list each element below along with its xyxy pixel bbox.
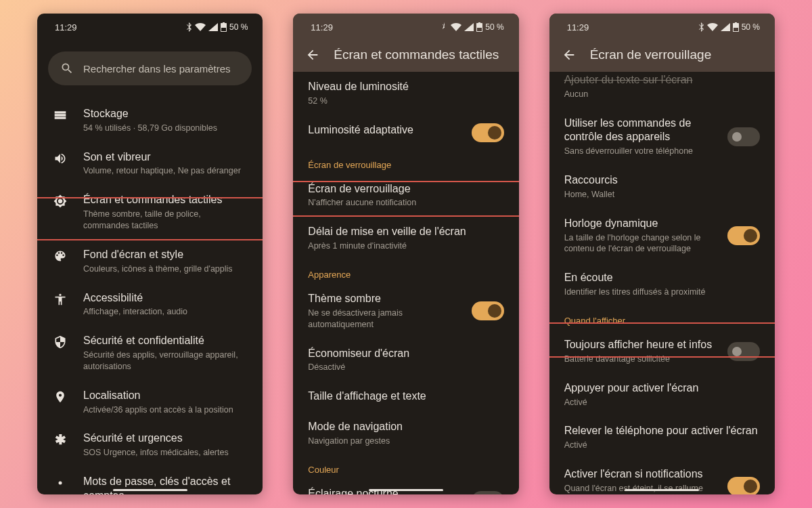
accessibility-icon (53, 293, 67, 306)
row-always-on[interactable]: Toujours afficher heure et infosBatterie… (549, 330, 775, 373)
signal-icon (464, 23, 474, 31)
search-icon (60, 62, 74, 75)
toggle-dark[interactable] (472, 301, 504, 320)
status-icons: 50 % (443, 22, 503, 32)
toggle-adaptive[interactable] (472, 123, 504, 142)
wifi-icon (195, 23, 206, 31)
row-lift-wake[interactable]: Relever le téléphone pour activer l'écra… (549, 416, 775, 459)
status-bar: 11:29 50 % (549, 14, 775, 41)
row-brightness[interactable]: Niveau de luminosité52 % (293, 72, 518, 115)
phone-lockscreen-settings: 11:29 50 % Écran de verrouillage Ajouter… (549, 14, 775, 494)
toggle-wake-notif[interactable] (727, 477, 760, 494)
toggle-always-on[interactable] (727, 342, 760, 361)
row-storage[interactable]: Stockage54 % utilisés · 58,79 Go disponi… (37, 99, 263, 142)
battery-icon (476, 22, 482, 32)
storage-icon (53, 108, 67, 122)
status-icons: 50 % (699, 22, 760, 32)
section-lock: Écran de verrouillage (293, 150, 518, 174)
row-nav-mode[interactable]: Mode de navigationNavigation par gestes (293, 412, 518, 455)
row-tap-wake[interactable]: Appuyer pour activer l'écranActivé (549, 373, 775, 417)
gesture-bar[interactable] (369, 489, 443, 491)
status-icons: 50 % (187, 22, 248, 32)
row-adaptive-brightness[interactable]: Luminosité adaptative (293, 115, 518, 150)
row-sound[interactable]: Son et vibreurVolume, retour haptique, N… (37, 142, 263, 186)
row-wallpaper[interactable]: Fond d'écran et styleCouleurs, icônes à … (37, 240, 263, 283)
phone-display-settings: 11:29 50 % Écran et commandes tactiles N… (293, 14, 518, 494)
row-night-light[interactable]: Éclairage nocturneNe s'active jamais aut… (293, 479, 518, 494)
row-display[interactable]: Écran et commandes tactilesThème sombre,… (37, 185, 263, 240)
status-time: 11:29 (311, 22, 333, 33)
wifi-icon (707, 23, 718, 31)
header: Écran et commandes tactiles (293, 41, 518, 72)
search-placeholder: Rechercher dans les paramètres (83, 63, 231, 75)
battery-percent: 50 % (742, 22, 760, 32)
toggle-clock[interactable] (727, 226, 760, 245)
row-screen-timeout[interactable]: Délai de mise en veille de l'écranAprès … (293, 217, 518, 260)
section-when: Quand l'afficher (549, 306, 775, 330)
row-display-size[interactable]: Taille d'affichage et texte (293, 381, 518, 412)
phone-settings-main: 11:29 50 % Rechercher dans les paramètre… (37, 14, 263, 494)
row-now-playing[interactable]: En écouteIdentifier les titres diffusés … (549, 263, 775, 306)
header-title: Écran de verrouillage (590, 47, 712, 62)
back-icon[interactable] (562, 47, 577, 62)
battery-percent: 50 % (229, 22, 248, 32)
header-title: Écran et commandes tactiles (334, 47, 499, 62)
settings-list: Stockage54 % utilisés · 58,79 Go disponi… (37, 99, 263, 494)
gesture-bar[interactable] (625, 489, 699, 491)
header: Écran de verrouillage (549, 41, 775, 72)
wifi-icon (451, 23, 461, 31)
key-icon (53, 476, 67, 490)
palette-icon (53, 249, 67, 263)
row-device-controls[interactable]: Utiliser les commandes de contrôle des a… (549, 108, 775, 165)
battery-icon (733, 22, 739, 32)
search-input[interactable]: Rechercher dans les paramètres (48, 51, 252, 85)
row-security[interactable]: Sécurité et confidentialitéSécurité des … (37, 326, 263, 381)
battery-percent: 50 % (485, 22, 503, 32)
section-appearance: Apparence (293, 260, 518, 284)
row-dynamic-clock[interactable]: Horloge dynamiqueLa taille de l'horloge … (549, 209, 775, 263)
signal-icon (208, 23, 218, 31)
row-accessibility[interactable]: AccessibilitéAffichage, interaction, aud… (37, 283, 263, 326)
status-time: 11:29 (55, 22, 77, 33)
display-list: Niveau de luminosité52 % Luminosité adap… (293, 72, 518, 494)
shield-icon (53, 335, 67, 349)
back-icon[interactable] (305, 47, 320, 62)
row-emergency[interactable]: ✱ Sécurité et urgencesSOS Urgence, infos… (37, 423, 263, 467)
row-screensaver[interactable]: Économiseur d'écranDésactivé (293, 339, 518, 382)
lockscreen-list: Ajouter du texte sur l'écranAucun Utilis… (549, 72, 775, 494)
signal-icon (721, 23, 730, 31)
svg-point-0 (59, 482, 62, 485)
bluetooth-icon (699, 22, 704, 32)
brightness-icon (53, 194, 67, 208)
toggle-night[interactable] (472, 491, 504, 494)
emergency-icon: ✱ (55, 433, 66, 446)
row-shortcuts[interactable]: RaccourcisHome, Wallet (549, 165, 775, 209)
status-bar: 11:29 50 % (37, 14, 263, 41)
bluetooth-icon (187, 22, 192, 32)
section-color: Couleur (293, 455, 518, 479)
row-dark-theme[interactable]: Thème sombreNe se désactivera jamais aut… (293, 284, 518, 339)
row-lockscreen[interactable]: Écran de verrouillageN'afficher aucune n… (293, 174, 518, 217)
toggle-controls[interactable] (727, 127, 760, 146)
status-bar: 11:29 50 % (293, 14, 518, 41)
battery-icon (221, 22, 227, 32)
row-location[interactable]: LocalisationActivée/36 applis ont accès … (37, 381, 263, 424)
location-icon (53, 390, 67, 404)
status-time: 11:29 (567, 22, 589, 33)
row-add-text[interactable]: Ajouter du texte sur l'écranAucun (549, 72, 775, 108)
bluetooth-icon (443, 22, 448, 32)
gesture-bar[interactable] (113, 489, 187, 491)
volume-icon (53, 152, 67, 165)
